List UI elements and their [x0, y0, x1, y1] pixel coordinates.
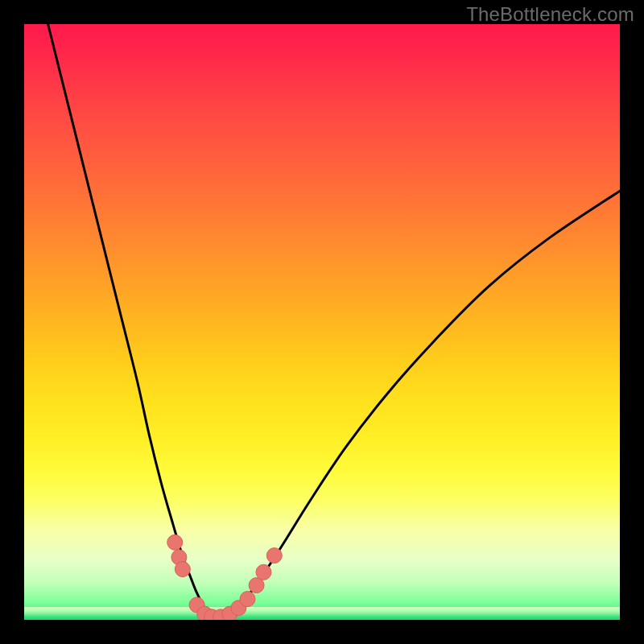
bottleneck-curve-left-branch — [48, 24, 215, 620]
curve-layer — [24, 24, 620, 620]
plot-area — [24, 24, 620, 620]
data-point-marker — [240, 592, 255, 607]
data-point-marker — [256, 564, 271, 580]
data-point-marker — [266, 548, 282, 564]
watermark-text: TheBottleneck.com — [466, 3, 634, 26]
data-point-marker — [167, 535, 183, 550]
bottleneck-curve-right-branch — [227, 191, 620, 620]
data-point-marker — [175, 562, 190, 577]
chart-frame: TheBottleneck.com — [0, 0, 644, 644]
